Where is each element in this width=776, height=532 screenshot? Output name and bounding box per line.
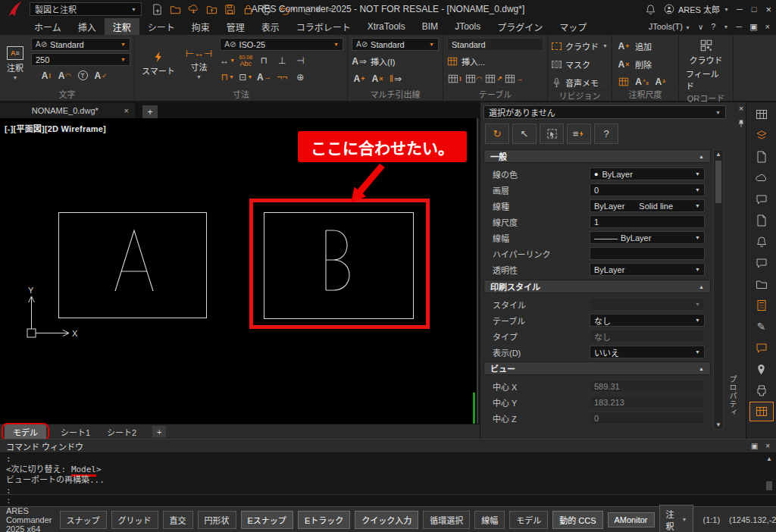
comments-palette-icon[interactable] [749,189,774,209]
panel-scrollbar[interactable]: ▲ ▼ [713,149,724,430]
tab-home[interactable]: ホーム [26,18,70,35]
baseline-dimension-button[interactable]: ⊓▼ [220,70,235,84]
perpendicular-dimension-button[interactable]: ⊥ [274,53,289,67]
line-color-select[interactable]: ●ByLayer▼ [590,167,705,180]
center-mark-button[interactable]: ⊕ [293,70,308,84]
properties-palette-tab[interactable]: プロパティ [726,375,738,421]
toggle-model[interactable]: モデル [509,511,548,529]
mleader-align-button[interactable]: ‖⇒ [388,71,403,86]
linear-dimension-button[interactable]: ↔▼ [220,53,235,67]
layers-palette-icon[interactable] [749,126,774,146]
tab-insert[interactable]: 挿入 [70,18,105,35]
doc-restore-button[interactable]: ▣ [749,22,757,32]
tab-model[interactable]: モデル [5,424,46,440]
section-print-style[interactable]: 印刷スタイル ▲ [483,280,711,293]
quick-select-button[interactable]: ≡ [567,124,591,144]
find-replace-button[interactable]: T [75,68,90,83]
scrollbar-thumb[interactable] [715,161,721,203]
text-style-select[interactable]: A⊘ Standard ▼ [31,38,130,51]
spell-check-button[interactable]: A✓ [93,68,108,83]
selection-filter-select[interactable]: 選択がありません ▼ [483,105,726,119]
box-select-button[interactable] [540,124,564,144]
mask-button[interactable]: マスク [552,56,608,72]
tab-collaborate[interactable]: コラボレート [288,18,359,35]
cloud-field-button[interactable]: クラウド フィールド [683,38,729,92]
scrollbar-thumb[interactable] [766,481,772,490]
annotation-scale-select[interactable]: 注釈▼ [659,505,694,532]
tab-map[interactable]: マップ [551,18,595,35]
print-table-select[interactable]: なし▼ [590,314,705,327]
close-window-icon[interactable]: × [765,442,770,450]
text-height-select[interactable]: 250 ▼ [31,53,130,66]
chevron-down-icon[interactable]: ▼ [723,24,728,30]
dimension-text-button[interactable]: 60.08Abc [238,53,253,67]
references-palette-icon[interactable] [749,211,774,230]
tab-sheet2[interactable]: シート2 [99,424,145,440]
mleader-remove-button[interactable]: A× [370,71,385,86]
letter-a-drawing[interactable] [114,229,155,293]
viewport-controls[interactable]: [-][平面図][2D Wireframe] [5,122,106,134]
save-button[interactable] [224,4,236,15]
table-export-button[interactable]: ! [447,71,462,86]
print-display-select[interactable]: いいえ▼ [590,346,705,358]
section-general[interactable]: 一般 ▲ [483,149,711,163]
user-account-button[interactable]: ARES 太郎 ▼ [664,3,729,15]
tab-annotate[interactable]: 注釈 [105,18,139,35]
voice-note-button[interactable]: 音声メモ [552,74,608,90]
open-drawings-palette-icon[interactable] [749,274,774,294]
ucs-icon[interactable]: Y X [21,285,86,343]
panel-pin-icon[interactable] [737,119,746,128]
command-history[interactable]: : <次に切り替え: Model> ビューポートの再構築... : [0,453,776,497]
lineweight-select[interactable]: ———ByLayer▼ [590,231,705,244]
news-palette-icon[interactable] [749,147,774,167]
geolocation-palette-icon[interactable] [749,359,774,379]
tab-jtools[interactable]: JTools [446,18,489,35]
select-entities-button[interactable]: ↻ [485,124,509,144]
toggle-cycle-select[interactable]: 循環選択 [423,511,470,529]
leader-button[interactable]: A→ [256,70,271,84]
text-field-button[interactable]: A! [39,68,54,83]
table-insert-button[interactable]: 挿入... [447,53,543,69]
float-window-icon[interactable]: ▣ [751,442,758,450]
command-window-header[interactable]: コマンド ウィンドウ ▣ × [0,440,776,453]
tab-sheet[interactable]: シート [139,18,183,35]
dimension-style-select[interactable]: A⊘ ISO-25 ▼ [220,38,343,51]
ribbon-collapse-icon[interactable]: ∨ [698,23,703,31]
import-folder-button[interactable] [206,4,217,15]
section-view[interactable]: ビュー ▲ [483,361,711,375]
customization-palette-icon[interactable]: ✎ [749,317,774,336]
tab-view[interactable]: 表示 [253,18,288,35]
new-file-button[interactable] [152,4,163,15]
properties-palette-icon[interactable] [749,402,774,421]
angular-dimension-button[interactable]: ⊓ [256,53,271,67]
text-match-button[interactable]: A◠ [57,68,72,83]
mleader-style-select[interactable]: A⊘ Standard ▼ [352,38,439,51]
linescale-field[interactable]: 1 [590,215,705,228]
jtools-menu-button[interactable]: JTools(T) ▼ [649,22,690,31]
undo-button[interactable]: ▼ [279,4,296,15]
tab-manage[interactable]: 管理 [218,18,253,35]
notifications-bell-icon[interactable] [645,4,656,15]
doc-minimize-button[interactable]: ─ [736,22,742,31]
document-tab[interactable]: NONAME_0.dwg* × [0,103,135,118]
scale-add-button[interactable]: A+ 追加 [616,38,668,54]
toggle-amonitor[interactable]: AMonitor [608,512,655,527]
maximize-button[interactable]: □ [752,5,757,14]
qat-customize-button[interactable]: ≂ [327,5,333,14]
scale-remove-button[interactable]: A× 削除 [616,56,668,72]
toggle-grid[interactable]: グリッド [111,511,158,529]
cloud-download-button[interactable] [188,4,199,15]
mleader-insert-button[interactable]: A⇒ 挿入(I) [352,53,439,69]
feedback-palette-icon[interactable] [749,253,774,273]
workspace-select[interactable]: 製図と注釈 ▼ [30,2,142,16]
ordinate-dimension-button[interactable]: ⊡▼ [238,70,253,84]
toggle-etrack[interactable]: Eトラック [298,511,350,529]
doc-close-button[interactable]: × [765,22,770,31]
cloud-palette-icon[interactable] [749,168,774,188]
offset-dimension-button[interactable]: ⊣ [293,53,308,67]
notifications-palette-icon[interactable] [749,232,774,252]
annotation-note-button[interactable]: A≡ 注釈 ▼ [4,38,27,89]
chain-dimension-button[interactable]: ¬¬ [274,70,289,84]
print-preview-palette-icon[interactable] [749,380,774,400]
scale-list-button[interactable] [616,74,631,89]
